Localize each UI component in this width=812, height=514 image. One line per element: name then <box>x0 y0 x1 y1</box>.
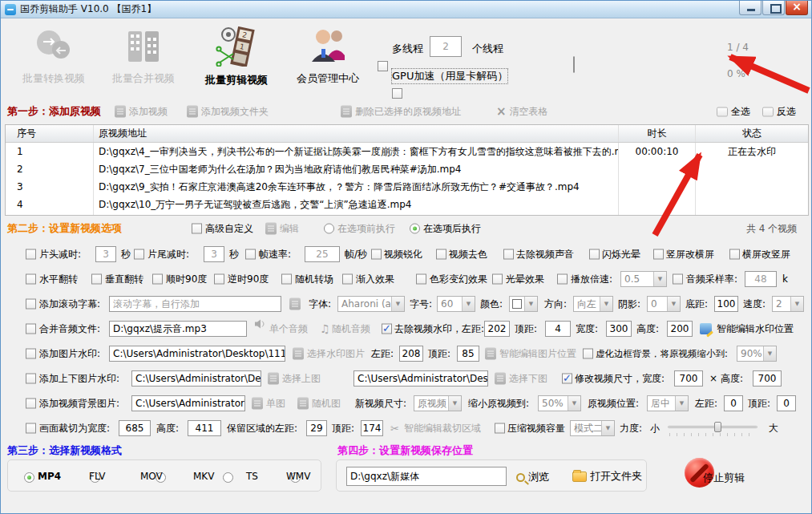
table-row[interactable]: 3 D:\gqxz\9_实拍！石家庄京港澳高速20余车连环事故，？警方：降雪后路… <box>6 178 808 196</box>
add-video-folder-button[interactable]: 添加视频文件夹 <box>187 105 269 119</box>
sample-rate-input[interactable]: 48 <box>745 271 777 287</box>
slider-thumb[interactable] <box>714 422 721 432</box>
image-watermark-checkbox[interactable] <box>26 349 36 359</box>
sample-rate-checkbox[interactable] <box>673 274 683 285</box>
select-all-button[interactable]: 全选 <box>717 105 750 119</box>
col-header-path[interactable]: 原视频地址 <box>94 125 619 142</box>
toolbar-item-member-center[interactable]: 会员管理中心 <box>281 26 374 86</box>
gpu-checkbox[interactable] <box>392 88 402 99</box>
wm-left-input[interactable]: 202 <box>484 321 510 337</box>
bg-left-input[interactable]: 0 <box>724 395 743 411</box>
delete-selected-button[interactable]: 删除已选择的原视频地址 <box>341 105 461 119</box>
add-video-button[interactable]: 添加视频 <box>115 105 168 119</box>
audio-path-input[interactable]: D:\gqxz\提示音.mp3 <box>109 321 247 337</box>
keep-left-input[interactable]: 29 <box>306 420 327 436</box>
font-dropdown[interactable]: Aharoni (ahr <box>337 296 405 312</box>
fps-input[interactable]: 25 <box>305 246 340 262</box>
pick-watermark-image-button[interactable]: 选择水印图片 <box>307 347 365 361</box>
invert-selection-button[interactable]: 反选 <box>762 105 796 119</box>
fade-in-checkbox[interactable] <box>342 274 353 285</box>
trim-tail-input[interactable]: 3 <box>204 246 224 262</box>
font-size-dropdown[interactable]: 60 <box>437 296 475 312</box>
col-header-duration[interactable]: 时长 <box>619 125 696 142</box>
smart-edit-image-button[interactable]: 智能编辑图片位置 <box>499 347 576 361</box>
keep-top-input[interactable]: 174 <box>361 420 383 436</box>
close-button[interactable] <box>786 1 808 15</box>
trim-head-input[interactable]: 3 <box>95 246 116 262</box>
open-folder-button[interactable]: 打开文件夹 <box>572 469 642 484</box>
bg-image-checkbox[interactable] <box>26 399 36 409</box>
single-image-button[interactable]: 单图 <box>266 397 285 411</box>
trim-tail-checkbox[interactable] <box>134 249 144 260</box>
vflip-checkbox[interactable] <box>91 274 102 285</box>
toolbar-item-batch-convert[interactable]: 批量转换视频 <box>7 26 100 86</box>
wm-top-input[interactable]: 4 <box>545 321 571 337</box>
bottom-image-path-input[interactable]: C:\Users\Administrator\Desk <box>353 370 488 387</box>
flicker-checkbox[interactable] <box>589 249 600 260</box>
hflip-checkbox[interactable] <box>26 274 36 285</box>
col-header-index[interactable]: 序号 <box>6 125 94 142</box>
scroll-speed-dropdown[interactable]: 2 <box>772 296 804 312</box>
pick-bottom-image-button[interactable]: 选择下图 <box>509 372 547 386</box>
shadow-dropdown[interactable]: 0 <box>647 296 681 312</box>
thread-count-input[interactable]: 2 <box>430 36 462 57</box>
top-image-path-input[interactable]: C:\Users\Administrator\Desktop\i <box>131 370 261 387</box>
wm-width-input[interactable]: 300 <box>606 321 632 337</box>
save-path-input[interactable]: D:\gqxz\新媒体 <box>346 467 507 486</box>
random-transition-checkbox[interactable] <box>281 274 292 285</box>
fps-checkbox[interactable] <box>245 249 256 260</box>
random-audio-button[interactable]: 随机音频 <box>332 322 370 336</box>
resize-width-input[interactable]: 700 <box>674 370 703 387</box>
smart-edit-crop-button[interactable]: 智能编辑裁切区域 <box>404 422 481 435</box>
direction-dropdown[interactable]: 向左 <box>573 296 613 312</box>
compress-strength-slider[interactable] <box>668 419 757 437</box>
random-image-button[interactable]: 随机图 <box>312 397 341 411</box>
table-row[interactable]: 2 D:\gqxz\7_三位中国老师为什么在汤加？因为当地政府请他们教居民种菜#… <box>6 160 808 178</box>
cw90-checkbox[interactable] <box>152 274 163 285</box>
play-speed-checkbox[interactable] <box>557 274 568 285</box>
subtitle-checkbox[interactable] <box>26 299 36 310</box>
crop-checkbox[interactable] <box>26 423 36 434</box>
resize-video-checkbox[interactable] <box>562 374 572 384</box>
new-size-dropdown[interactable]: 原视频 <box>414 395 462 411</box>
merge-audio-checkbox[interactable] <box>26 324 36 334</box>
stop-editing-label[interactable]: 停止剪辑 <box>703 471 745 485</box>
bg-top-input[interactable]: 0 <box>777 395 796 411</box>
table-row[interactable]: 1 D:\gqxz\4_一审判决当天，判决书公布的一个新证据让陈美霖一度崩溃：窗… <box>6 143 808 160</box>
horizontal-to-vertical-checkbox[interactable] <box>729 249 740 260</box>
toolbar-item-batch-cut[interactable]: 2 1 批量剪辑视频 <box>190 26 283 87</box>
advanced-custom-checkbox[interactable] <box>192 224 202 234</box>
mute-checkbox[interactable] <box>503 249 514 260</box>
subtitle-input[interactable]: 滚动字幕，自行添加 <box>109 296 281 312</box>
compress-checkbox[interactable] <box>495 423 505 434</box>
smart-edit-watermark-button[interactable]: 智能编辑水印位置 <box>717 322 794 336</box>
run-after-radio[interactable] <box>410 224 420 234</box>
run-before-radio[interactable] <box>324 224 334 234</box>
top-bottom-image-checkbox[interactable] <box>26 374 36 384</box>
crop-width-input[interactable]: 685 <box>119 420 151 436</box>
blur-border-checkbox[interactable] <box>583 349 593 359</box>
browse-button[interactable]: 浏览 <box>516 470 549 484</box>
decolor-checkbox[interactable] <box>436 249 446 260</box>
toolbar-item-batch-merge[interactable]: 批量合并视频 <box>97 26 190 86</box>
multithread-checkbox[interactable] <box>378 61 388 71</box>
subtitle-edit-icon[interactable] <box>289 298 301 310</box>
resize-height-input[interactable]: 700 <box>753 370 782 387</box>
maximize-button[interactable] <box>762 1 785 15</box>
crop-height-input[interactable]: 411 <box>188 420 221 436</box>
color-fx-checkbox[interactable] <box>416 274 426 285</box>
format-radio-mp4[interactable] <box>24 472 34 483</box>
clear-table-button[interactable]: × 清空表格 <box>496 105 548 119</box>
compress-mode-dropdown[interactable]: 模式二 <box>570 420 615 436</box>
wm-height-input[interactable]: 200 <box>667 321 693 337</box>
format-radio-mkv[interactable] <box>223 472 233 483</box>
img-top-input[interactable]: 85 <box>457 346 479 362</box>
play-speed-dropdown[interactable]: 0.5 <box>620 271 667 287</box>
remove-watermark-checkbox[interactable] <box>382 324 392 334</box>
trim-head-checkbox[interactable] <box>26 249 36 260</box>
sharpen-checkbox[interactable] <box>371 249 382 260</box>
table-row[interactable]: 4 D:\gqxz\10_万宁一男子无证驾驶被查后逃跑，交警“上演”急速追逐.m… <box>6 196 808 213</box>
bg-image-path-input[interactable]: C:\Users\Administrator\D <box>131 395 245 411</box>
vertical-to-horizontal-checkbox[interactable] <box>653 249 664 260</box>
minimize-button[interactable] <box>739 1 762 15</box>
